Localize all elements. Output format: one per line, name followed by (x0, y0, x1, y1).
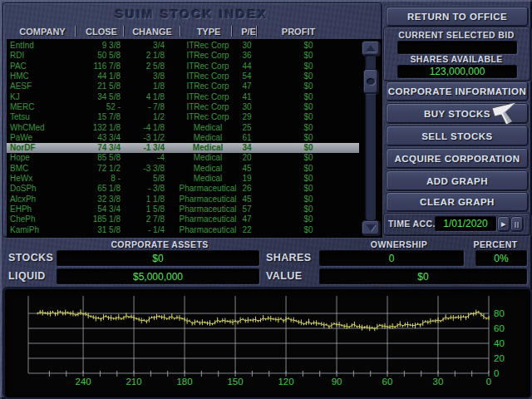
chart-panel: 0204060802402101801501209060300 (3, 288, 532, 399)
column-divider (231, 26, 232, 37)
cell-company: AESF (10, 81, 32, 91)
cell-company: NorDF (10, 143, 36, 153)
table-row[interactable]: AESF21 5/81/8ITRec Corp47$0 (7, 81, 359, 91)
cell-profit: $0 (275, 71, 342, 81)
cell-profit: $0 (275, 62, 342, 71)
cell-pe: 54 (226, 71, 268, 81)
cell-profit: $0 (275, 164, 342, 174)
cell-pe: 45 (226, 164, 268, 174)
svg-text:240: 240 (75, 377, 91, 387)
cell-profit: $0 (275, 102, 342, 112)
cell-pe: 47 (226, 81, 268, 91)
cell-profit: $0 (275, 184, 342, 194)
table-row[interactable]: EntInd9 3/83/4ITRec Corp30$0 (7, 41, 359, 51)
percent-label: PERCENT (466, 239, 525, 249)
cell-profit: $0 (275, 195, 342, 204)
cell-profit: $0 (275, 92, 342, 102)
table-row[interactable]: EHPh54 3/41 5/8Pharmaceutical57$0 (7, 204, 359, 214)
stocks-label: STOCKS (8, 250, 55, 264)
cell-company: Hope (10, 153, 30, 163)
acquire-corporation-button[interactable]: ACQUIRE CORPORATION (386, 148, 529, 169)
table-row[interactable]: BMC72 1/2-3 3/8Medical45$0 (7, 164, 359, 174)
cell-profit: $0 (275, 112, 342, 122)
cell-company: BMC (10, 164, 28, 174)
cell-company: KJ (10, 92, 20, 102)
cell-company: HeWx (10, 174, 32, 184)
table-row[interactable]: Hope85 5/8-4Medical20$0 (7, 153, 359, 163)
time-pause-button[interactable]: || (510, 216, 524, 232)
cell-company: MERC (10, 102, 34, 112)
table-row[interactable]: MERC52 -- 7/8ITRec Corp30$0 (7, 102, 359, 112)
cell-pe: 29 (226, 112, 268, 122)
current-bid-label: CURRENT SELECTED BID (383, 30, 530, 40)
table-row[interactable]: ChePh185 1/82 7/8Pharmaceutical47$0 (7, 214, 359, 224)
table-scrollbar[interactable] (361, 41, 379, 234)
column-divider (75, 26, 76, 37)
stocks-field: $0 (57, 250, 259, 266)
time-play-button[interactable]: ▶ (497, 216, 510, 232)
time-acc-label: TIME ACC. (388, 218, 435, 229)
time-acc-field[interactable]: 1/01/2020 (435, 216, 496, 231)
svg-text:0: 0 (494, 368, 499, 378)
column-header-profit: PROFIT (272, 25, 325, 37)
cell-company: AlcxPh (10, 195, 36, 204)
cell-company: DoSPh (10, 184, 37, 194)
svg-text:30: 30 (433, 377, 444, 387)
scroll-down-button[interactable] (362, 220, 380, 235)
cell-pe: 36 (226, 51, 268, 61)
table-row[interactable]: KJ34 5/84 1/8ITRec Corp41$0 (7, 92, 359, 102)
pause-icon: || (515, 221, 520, 227)
mouse-cursor (491, 101, 520, 126)
svg-text:90: 90 (332, 377, 342, 387)
add-graph-button[interactable]: ADD GRAPH (386, 170, 529, 191)
svg-text:150: 150 (227, 377, 243, 387)
table-row[interactable]: DoSPh65 1/8- 3/8Pharmaceutical26$0 (7, 184, 359, 194)
price-chart: 0204060802402101801501209060300 (5, 289, 527, 394)
cell-profit: $0 (275, 153, 342, 163)
table-row[interactable]: WhCMed132 1/8-4 1/8Medical25$0 (7, 123, 359, 133)
play-icon: ▶ (501, 221, 506, 228)
cell-company: Tetsu (10, 112, 30, 122)
svg-text:40: 40 (494, 338, 505, 348)
cell-company: PaWe (10, 133, 32, 143)
cell-profit: $0 (275, 214, 342, 224)
column-header-company: COMPANY (13, 25, 71, 37)
table-row[interactable]: RDI50 5/82 1/8ITRec Corp36$0 (7, 51, 359, 61)
table-row[interactable]: Tetsu15 7/81/2ITRec Corp29$0 (7, 112, 359, 122)
cell-profit: $0 (275, 41, 342, 51)
table-row[interactable]: AlcxPh32 3/81 1/8Pharmaceutical45$0 (7, 195, 359, 204)
scroll-up-button[interactable] (362, 41, 380, 56)
arrow-up-icon (366, 45, 376, 52)
cell-pe: 30 (226, 102, 268, 112)
table-row[interactable]: PaWe43 3/4-3 1/2Medical61$0 (7, 133, 359, 143)
current-bid-field[interactable] (397, 41, 517, 54)
cell-pe: 34 (226, 143, 268, 153)
table-row[interactable]: KamiPh31 5/8- 1/4Pharmaceutical22$0 (7, 225, 359, 235)
table-row[interactable]: PAC116 7/82 5/8ITRec Corp44$0 (7, 62, 359, 71)
value-field: $0 (319, 268, 527, 284)
corporate-information-button[interactable]: CORPORATE INFORMATION (386, 81, 529, 101)
column-header-type: TYPE (186, 25, 231, 37)
svg-text:210: 210 (126, 377, 141, 387)
cell-pe: 61 (226, 133, 268, 143)
liquid-field: $5,000,000 (57, 268, 259, 284)
column-divider (123, 26, 124, 37)
table-row[interactable]: HMC44 1/83/8ITRec Corp54$0 (7, 71, 359, 81)
sell-stocks-button[interactable]: SELL STOCKS (386, 126, 529, 146)
return-to-office-button[interactable]: RETURN TO OFFICE (386, 7, 529, 27)
table-row[interactable]: HeWx8 -5/8Medical19$0 (7, 174, 359, 184)
table-row[interactable]: NorDF74 3/4-1 3/4Medical34$0 (7, 143, 359, 153)
cell-profit: $0 (275, 225, 342, 235)
cell-profit: $0 (275, 174, 342, 184)
svg-text:20: 20 (494, 353, 505, 363)
clear-graph-button[interactable]: CLEAR GRAPH (386, 192, 529, 212)
cell-company: EntInd (10, 41, 34, 51)
panel-title: SUIM STOCK INDEX (2, 6, 381, 21)
cell-company: ChePh (10, 214, 36, 224)
column-divider (256, 26, 257, 37)
ownership-label: OWNERSHIP (332, 239, 466, 249)
game-screen: { "title": "SUIM STOCK INDEX", "table": … (0, 0, 532, 399)
cell-pe: 41 (226, 92, 268, 102)
scroll-thumb[interactable] (363, 69, 378, 94)
liquid-label: LIQUID (8, 268, 55, 283)
